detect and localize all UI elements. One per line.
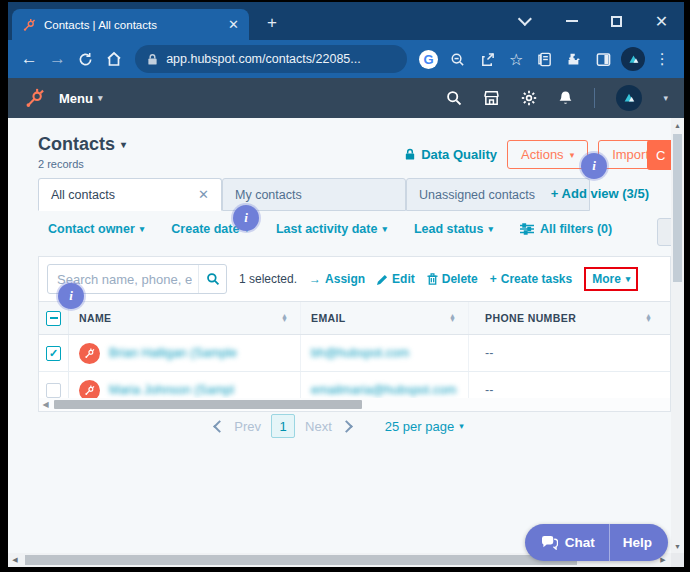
column-header-name[interactable]: NAME ▲▼ bbox=[69, 302, 301, 334]
create-contact-button-partial[interactable]: C bbox=[647, 140, 671, 170]
new-tab-button[interactable]: + bbox=[260, 11, 284, 35]
prev-page-chevron-icon[interactable] bbox=[213, 420, 226, 433]
filter-last-activity-date[interactable]: Last activity date▾ bbox=[276, 222, 387, 236]
delete-button[interactable]: Delete bbox=[427, 272, 478, 286]
marketplace-icon[interactable] bbox=[483, 90, 500, 106]
contact-avatar bbox=[79, 343, 100, 364]
reading-list-icon[interactable] bbox=[532, 45, 559, 73]
scrollbar-thumb[interactable] bbox=[673, 134, 682, 282]
sort-icon[interactable]: ▲▼ bbox=[645, 314, 652, 322]
chevron-down-icon: ▾ bbox=[459, 421, 464, 431]
address-bar[interactable]: app.hubspot.com/contacts/22085... bbox=[135, 45, 407, 73]
browser-tab[interactable]: Contacts | All contacts ✕ bbox=[12, 9, 249, 40]
all-filters-link[interactable]: All filters (0) bbox=[520, 222, 612, 236]
assign-button[interactable]: → Assign bbox=[309, 272, 365, 286]
google-icon[interactable]: G bbox=[415, 45, 442, 73]
lock-icon bbox=[404, 148, 416, 161]
scroll-down-icon[interactable]: ▼ bbox=[671, 539, 684, 553]
scroll-left-icon[interactable]: ◀ bbox=[39, 398, 52, 411]
next-label[interactable]: Next bbox=[305, 419, 332, 434]
page-title[interactable]: Contacts ▾ bbox=[38, 134, 126, 155]
select-all-checkbox[interactable] bbox=[46, 311, 61, 326]
chevron-down-icon: ▾ bbox=[488, 224, 493, 234]
browser-menu-icon[interactable]: ⋮ bbox=[649, 45, 676, 73]
reload-icon[interactable] bbox=[73, 45, 99, 73]
per-page-select[interactable]: 25 per page ▾ bbox=[385, 419, 464, 434]
create-tasks-label: Create tasks bbox=[501, 272, 572, 286]
view-tabs: All contacts ✕ My contacts Unassigned co… bbox=[38, 178, 590, 211]
prev-label[interactable]: Prev bbox=[234, 419, 261, 434]
chat-button[interactable]: Chat bbox=[525, 535, 609, 550]
contact-name-redacted[interactable]: Brian Halligan (Sample bbox=[109, 346, 237, 360]
column-header-phone[interactable]: PHONE NUMBER ▲▼ bbox=[469, 302, 670, 334]
side-panel-icon[interactable] bbox=[590, 45, 617, 73]
tab-all-contacts[interactable]: All contacts ✕ bbox=[38, 178, 222, 211]
edit-button[interactable]: Edit bbox=[377, 272, 415, 286]
lock-icon bbox=[147, 53, 158, 66]
contacts-panel: 1 selected. → Assign Edit Delete + bbox=[38, 256, 671, 412]
notifications-bell-icon[interactable] bbox=[558, 90, 573, 106]
account-chevron-icon[interactable]: ▾ bbox=[663, 93, 668, 103]
current-page[interactable]: 1 bbox=[271, 414, 295, 438]
table-horizontal-scrollbar[interactable]: ◀ bbox=[39, 398, 670, 411]
bookmark-star-icon[interactable]: ☆ bbox=[503, 45, 530, 73]
column-label: EMAIL bbox=[311, 312, 449, 324]
scrollbar-thumb[interactable] bbox=[25, 555, 577, 565]
tab-search-chevron-icon[interactable] bbox=[504, 2, 549, 40]
row-checkbox[interactable]: ✓ bbox=[46, 346, 61, 361]
all-filters-label: All filters (0) bbox=[540, 222, 612, 236]
more-button[interactable]: More ▾ bbox=[584, 267, 638, 291]
column-header-email[interactable]: EMAIL ▲▼ bbox=[301, 302, 469, 334]
chevron-down-icon: ▾ bbox=[626, 274, 631, 284]
filter-contact-owner[interactable]: Contact owner▾ bbox=[48, 222, 144, 236]
vertical-scrollbar[interactable]: ▲ ▼ bbox=[671, 118, 684, 553]
tab-close-icon[interactable]: ✕ bbox=[228, 17, 239, 32]
maximize-button[interactable] bbox=[594, 2, 639, 40]
actions-button[interactable]: Actions ▾ bbox=[507, 140, 588, 169]
browser-toolbar: ← → app.hubspot.com/contacts/22085... G … bbox=[8, 40, 684, 78]
hubspot-sprocket-icon[interactable] bbox=[24, 88, 45, 109]
sliders-icon bbox=[520, 223, 534, 235]
contact-email-redacted[interactable]: bh@hubspot.com bbox=[311, 346, 409, 360]
table-row[interactable]: ✓ Brian Halligan (Sample bh@hubspot.com … bbox=[39, 335, 670, 372]
hubspot-favicon bbox=[22, 18, 36, 32]
help-button[interactable]: Help bbox=[609, 524, 668, 561]
contact-phone: -- bbox=[485, 383, 493, 397]
extensions-puzzle-icon[interactable] bbox=[561, 45, 588, 73]
close-window-button[interactable]: ✕ bbox=[639, 2, 684, 40]
row-checkbox[interactable] bbox=[46, 383, 61, 398]
create-tasks-button[interactable]: + Create tasks bbox=[490, 272, 572, 286]
info-annotation-marker: i bbox=[233, 205, 259, 231]
data-quality-link[interactable]: Data Quality bbox=[404, 147, 497, 162]
assign-label: Assign bbox=[325, 272, 365, 286]
settings-gear-icon[interactable] bbox=[521, 90, 537, 106]
filter-lead-status[interactable]: Lead status▾ bbox=[414, 222, 493, 236]
info-annotation-marker: i bbox=[581, 153, 607, 179]
tab-close-icon[interactable]: ✕ bbox=[198, 187, 209, 202]
sort-icon[interactable]: ▲▼ bbox=[281, 314, 288, 322]
add-view-link[interactable]: + Add view (3/5) bbox=[551, 186, 649, 201]
browser-profile-avatar[interactable] bbox=[620, 45, 647, 73]
home-icon[interactable] bbox=[101, 45, 127, 73]
share-icon[interactable] bbox=[473, 45, 500, 73]
browser-window: Contacts | All contacts ✕ + ✕ ← → app.hu… bbox=[8, 2, 684, 567]
sort-icon[interactable]: ▲▼ bbox=[449, 314, 456, 322]
back-icon[interactable]: ← bbox=[16, 45, 42, 73]
account-avatar[interactable] bbox=[616, 85, 642, 111]
forward-icon[interactable]: → bbox=[44, 45, 70, 73]
next-page-chevron-icon[interactable] bbox=[340, 420, 353, 433]
minimize-button[interactable] bbox=[549, 2, 594, 40]
scrollbar-thumb[interactable] bbox=[54, 400, 362, 409]
selection-status: 1 selected. bbox=[239, 272, 297, 286]
contact-email-redacted[interactable]: emailmaria@hubspot.com bbox=[311, 383, 456, 397]
search-icon[interactable] bbox=[446, 90, 462, 106]
scroll-left-icon[interactable]: ◀ bbox=[8, 553, 22, 567]
pagination: Prev 1 Next 25 per page ▾ bbox=[8, 414, 671, 438]
zoom-icon[interactable] bbox=[444, 45, 471, 73]
browser-titlebar: Contacts | All contacts ✕ + ✕ bbox=[8, 2, 684, 40]
menu-button[interactable]: Menu ▾ bbox=[59, 91, 102, 106]
scroll-up-icon[interactable]: ▲ bbox=[671, 118, 684, 132]
search-submit-icon[interactable] bbox=[198, 265, 226, 293]
contact-name-redacted[interactable]: Maria Johnson (Sampl bbox=[109, 383, 234, 397]
clipped-control bbox=[657, 218, 671, 246]
